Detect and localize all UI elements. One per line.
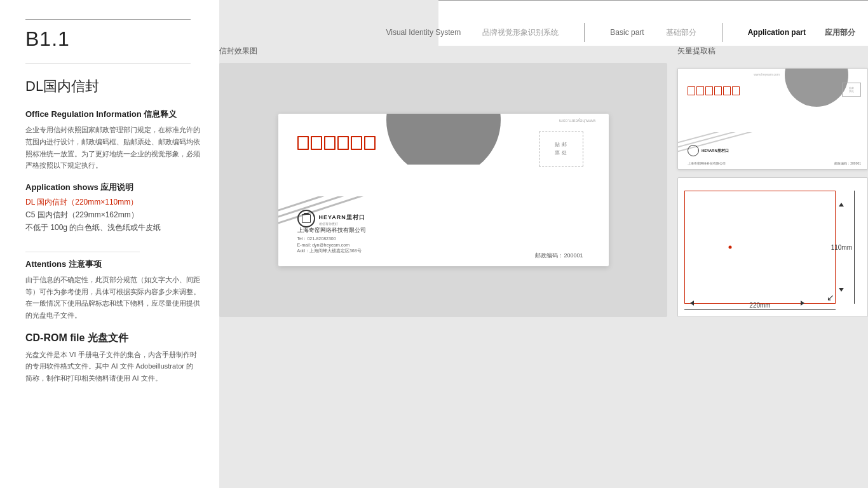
cdrom-section: CD-ROM file 光盘文件 光盘文件是本 VI 手册电子文件的集合，内含手… [25, 332, 200, 384]
nav-vis-label: Visual Identity System [386, 28, 461, 37]
postcode-box-6 [364, 136, 376, 150]
envelope-preview: www.heyearn.com 贴 邮 票 处 [219, 63, 667, 317]
attentions-section: Attentions 注意事项 由于信息的不确定性，此页部分规范（如文字大小、间… [25, 259, 200, 322]
nav-basic-en: Basic part [610, 28, 644, 37]
stamp-label-2: 票 处 [555, 149, 566, 158]
page-code: B1.1 [25, 27, 200, 51]
info-section: Office Regulation Information 信息释义 企业专用信… [25, 109, 200, 172]
header-nav: Visual Identity System 品牌视觉形象识别系统 Basic … [438, 0, 868, 46]
thumb-postcode-boxes [688, 86, 740, 95]
dim-height-arrow-top [839, 203, 844, 207]
info-heading: Office Regulation Information 信息释义 [25, 109, 200, 120]
dim-height-arrow-bottom [839, 288, 844, 292]
thumb-postcode-box-2 [696, 86, 704, 95]
info-body: 企业专用信封依照国家邮政管理部门规定，在标准允许的范围内进行设计，邮政编码框、贴… [25, 124, 200, 172]
postcode-boxes [297, 136, 376, 150]
thumb-url: www.heyearn.com [754, 72, 780, 76]
logo-text-sub: 相信有你更好 [319, 222, 365, 226]
vector-section-label: 矢量提取稿 [677, 46, 868, 57]
envelope-thumb: www.heyearn.com 贴邮票处 [677, 68, 868, 170]
envelope-arc [386, 114, 501, 165]
dim-width-label: 220mm [749, 302, 770, 309]
application-section: Application shows 应用说明 DL 国内信封（220mm×110… [25, 182, 200, 235]
top-rule [25, 19, 191, 20]
postcode-box-1 [297, 136, 309, 150]
thumb-postcode-box-4 [714, 86, 722, 95]
dimension-diagram: ↙ 220mm 110mm [677, 177, 868, 317]
logo-icon [297, 210, 315, 227]
envelope-url: www.heyearn.com [559, 119, 595, 123]
dim-dot [728, 246, 731, 249]
app-item-1: C5 国内信封（229mm×162mm） [25, 210, 200, 220]
logo-text-main: HEYARN里村口 [319, 214, 365, 222]
cdrom-body: 光盘文件是本 VI 手册电子文件的集合，内含手册制作时的专用软件格式文件。其中 … [25, 349, 200, 384]
thumb-postcode-box-3 [705, 86, 713, 95]
envelope-section: 信封效果图 www.heyearn.com [219, 46, 667, 317]
thumb-postcode-box-5 [723, 86, 731, 95]
cdrom-heading: CD-ROM file 光盘文件 [25, 332, 200, 345]
stamp-label-1: 贴 邮 [555, 141, 566, 149]
company-address: Add：上海闵蜂大楼嘉定区368号 [297, 248, 366, 254]
company-name: 上海奇窑网络科技有限公司 [297, 226, 366, 234]
attentions-body: 由于信息的不确定性，此页部分规范（如文字大小、间距等）可作为参考使用，具体可根据… [25, 274, 200, 322]
stamp-area: 贴 邮 票 处 [539, 132, 583, 166]
postcode-box-2 [311, 136, 322, 150]
section-divider [25, 252, 140, 252]
nav-group: Visual Identity System 品牌视觉形象识别系统 Basic … [386, 23, 855, 42]
bottom-rule [25, 64, 191, 64]
app-item-red: DL 国内信封（220mm×110mm） [25, 197, 200, 208]
thumb-postcode-box-6 [732, 86, 740, 95]
thumb-postal: 邮政编码：200001 [834, 161, 861, 165]
app-item-2: 不低于 100g 的白色纸、浅色纸或牛皮纸 [25, 222, 200, 233]
app-heading: Application shows 应用说明 [25, 182, 200, 193]
nav-app-cn: 应用部分 [825, 27, 855, 38]
page-title-cn: DL国内信封 [25, 77, 200, 96]
thumb-arc [785, 68, 848, 107]
thumb-postcode-box-1 [688, 86, 695, 95]
thumb-logo-area: HEYARN里村口 [688, 145, 729, 156]
nav-separator-2 [722, 23, 722, 42]
thumb-company: 上海奇窑网络科技有限公司 [688, 161, 726, 165]
envelope-section-label: 信封效果图 [219, 46, 667, 57]
dim-height-line: 110mm [854, 191, 855, 304]
dim-cursor: ↙ [827, 292, 834, 302]
nav-app-en: Application part [748, 28, 806, 37]
company-info: 上海奇窑网络科技有限公司 Tel：021-82082300 E-mail: dy… [297, 226, 366, 255]
postcode-box-3 [324, 136, 336, 150]
dim-height-label: 110mm [831, 244, 852, 251]
thumb-stamp-text: 贴邮票处 [849, 86, 854, 93]
nav-separator [584, 23, 585, 42]
dim-width-arrow-left [690, 301, 694, 306]
postcode-box-4 [337, 136, 349, 150]
nav-basic-cn: 基础部分 [666, 27, 696, 38]
right-small-panel: 矢量提取稿 www.heyearn.com 贴邮票处 [677, 46, 868, 317]
thumb-stamp: 贴邮票处 [842, 83, 861, 97]
envelope-card: www.heyearn.com 贴 邮 票 处 [278, 114, 609, 266]
right-panel-wrapper: Visual Identity System 品牌视觉形象识别系统 Basic … [219, 0, 868, 488]
left-panel: B1.1 DL国内信封 Office Regulation Informatio… [0, 0, 219, 488]
logo-cup [302, 214, 311, 223]
dim-rect [684, 191, 836, 304]
dim-width-line: 220mm [684, 309, 836, 310]
attentions-heading: Attentions 注意事项 [25, 259, 200, 270]
thumb-logo-circle [688, 145, 699, 156]
dim-width-arrow-right [801, 301, 804, 306]
company-email: E-mail: dyn@heyearn.com [297, 243, 366, 247]
content-area: 信封效果图 www.heyearn.com [219, 46, 868, 317]
postal-code-bottom: 邮政编码：200001 [535, 252, 583, 260]
nav-brand-cn: 品牌视觉形象识别系统 [482, 27, 559, 38]
thumb-logo-text: HEYARN里村口 [702, 148, 729, 154]
postcode-box-5 [351, 136, 362, 150]
company-tel: Tel：021-82082300 [297, 236, 366, 242]
